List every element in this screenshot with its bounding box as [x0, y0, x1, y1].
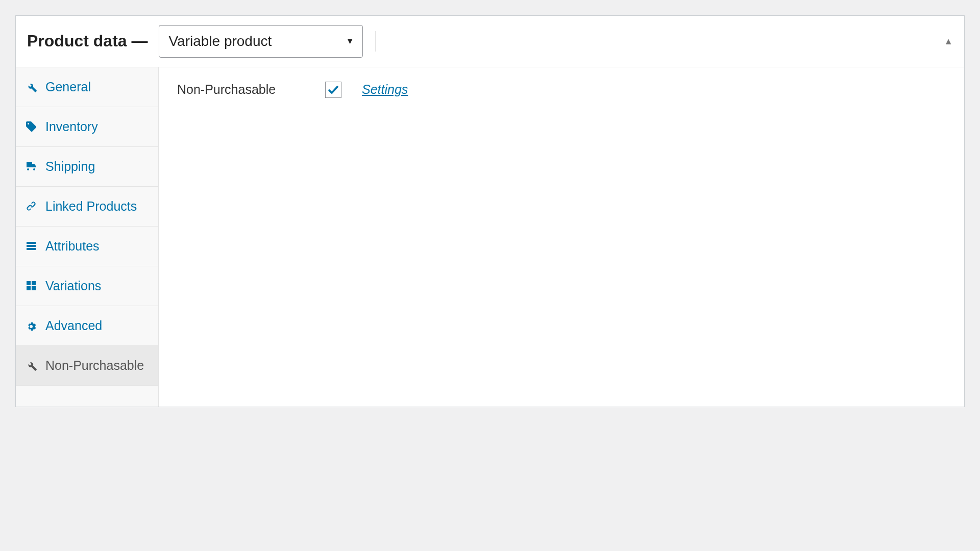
tab-label: Linked Products [45, 199, 137, 214]
panel-body: GeneralInventoryShippingLinked ProductsA… [16, 67, 964, 407]
product-type-select[interactable]: Simple productGrouped productExternal/Af… [159, 25, 363, 58]
non-purchasable-label: Non-Purchasable [177, 82, 305, 97]
tab-linked-products[interactable]: Linked Products [16, 187, 158, 227]
gear-icon [25, 319, 37, 332]
product-data-tabs: GeneralInventoryShippingLinked ProductsA… [16, 67, 159, 407]
truck-icon [25, 160, 37, 172]
non-purchasable-settings-link[interactable]: Settings [362, 82, 408, 97]
non-purchasable-row: Non-Purchasable Settings [177, 82, 946, 98]
list-icon [25, 240, 37, 252]
tab-general[interactable]: General [16, 67, 158, 107]
tab-label: Advanced [45, 318, 102, 333]
grid-icon [25, 280, 37, 292]
tab-attributes[interactable]: Attributes [16, 227, 158, 266]
tab-variations[interactable]: Variations [16, 266, 158, 306]
tab-non-purchasable[interactable]: Non-Purchasable [16, 346, 158, 386]
checkmark-icon [327, 84, 339, 96]
product-type-select-wrap: Simple productGrouped productExternal/Af… [159, 25, 363, 58]
panel-header: Product data — Simple productGrouped pro… [16, 16, 964, 67]
link-icon [25, 200, 37, 212]
panel-title: Product data — [27, 32, 148, 51]
product-data-panel: Product data — Simple productGrouped pro… [15, 15, 965, 407]
tab-label: Shipping [45, 159, 95, 174]
tag-icon [25, 120, 37, 133]
tab-label: General [45, 80, 91, 94]
tab-inventory[interactable]: Inventory [16, 107, 158, 147]
tab-shipping[interactable]: Shipping [16, 147, 158, 187]
tab-label: Variations [45, 279, 101, 293]
tab-label: Non-Purchasable [45, 358, 144, 373]
tab-label: Inventory [45, 119, 98, 134]
tab-content-non-purchasable: Non-Purchasable Settings [159, 67, 964, 407]
header-divider [375, 31, 376, 52]
tab-label: Attributes [45, 239, 100, 254]
tab-advanced[interactable]: Advanced [16, 306, 158, 346]
non-purchasable-checkbox[interactable] [325, 82, 341, 98]
collapse-toggle-icon[interactable]: ▲ [944, 36, 953, 46]
wrench-icon [25, 359, 37, 371]
wrench-icon [25, 81, 37, 93]
